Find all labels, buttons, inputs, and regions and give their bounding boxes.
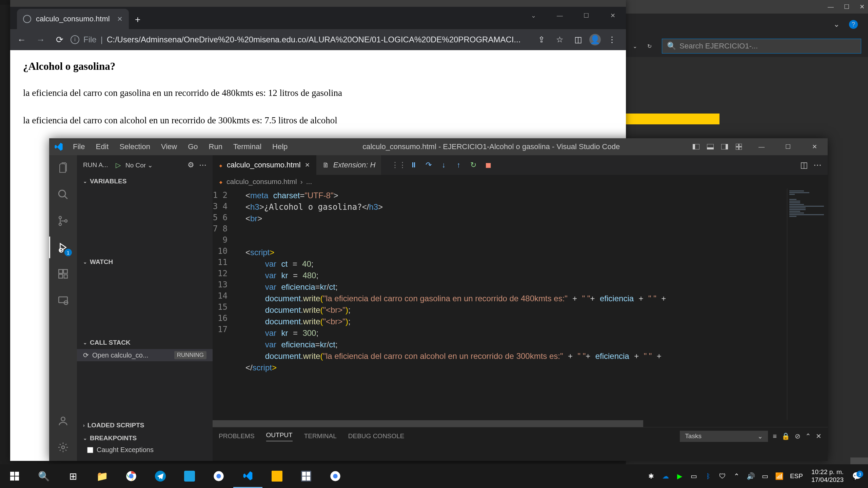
refresh-icon[interactable]: ↻ [647,43,652,49]
profile-icon[interactable]: 👤 [589,34,601,45]
step-over-icon[interactable]: ↷ [422,158,435,172]
help-icon[interactable]: ? [849,20,858,29]
wifi-icon[interactable]: 📶 [773,464,786,488]
telegram-icon[interactable] [146,464,175,488]
menu-view[interactable]: View [156,142,182,151]
breakpoint-checkbox[interactable] [87,447,93,453]
debug-toolbar[interactable]: ⋮⋮ ⏸ ↷ ↓ ↑ ↻ ◼ [389,155,498,175]
tray-icon-2[interactable]: ▭ [687,464,701,488]
clock[interactable]: 10:22 p. m. 17/04/2023 [807,468,848,484]
start-button[interactable] [0,464,29,488]
onedrive-icon[interactable]: ☁ [659,464,672,488]
gear-icon[interactable]: ⚙ [188,161,194,169]
bookmark-icon[interactable]: ☆ [553,33,567,47]
search-input[interactable]: 🔍 Search EJERCICIO1-... [662,39,861,54]
stop-icon[interactable]: ◼ [481,158,495,172]
url-field[interactable]: i File | C:/Users/Adminsena/OneDrive%20-… [71,35,532,44]
app-icon-1[interactable] [175,464,204,488]
menu-terminal[interactable]: Terminal [229,142,266,151]
horizontal-scrollbar[interactable] [213,420,828,427]
source-control-icon[interactable] [55,213,71,229]
back-button[interactable]: ← [14,32,30,48]
chrome-icon-3[interactable] [321,464,350,488]
chrome-icon-2[interactable] [204,464,233,488]
chevron-down-icon[interactable]: ⌄ [633,43,637,49]
loaded-scripts-section[interactable]: ›LOADED SCRIPTS [77,419,213,432]
menu-run[interactable]: Run [204,142,227,151]
dropdown-icon[interactable]: ⌄ [520,7,547,24]
battery-icon[interactable]: ▭ [758,464,772,488]
breadcrumb[interactable]: ⬥ calculo_consumo.html › ... [213,175,828,188]
vscode-titlebar[interactable]: File Edit Selection View Go Run Terminal… [49,138,828,155]
panel-tab-debug-console[interactable]: DEBUG CONSOLE [348,432,405,440]
debug-config-select[interactable]: No Cor ⌄ [125,161,153,169]
bg-scrollbar[interactable] [850,458,868,464]
filter-icon[interactable]: ≡ [773,432,777,440]
share-icon[interactable]: ⇪ [534,33,549,47]
close-icon[interactable]: ✕ [801,138,828,155]
reload-button[interactable]: ⟳ [52,32,68,48]
menu-go[interactable]: Go [183,142,202,151]
breakpoint-caught-exceptions[interactable]: Caught Exceptions [77,445,213,455]
menu-help[interactable]: Help [268,142,292,151]
maximize-icon[interactable]: ☐ [844,3,849,11]
browser-tab[interactable]: calculo_consumo.html ✕ [17,9,129,29]
language-indicator[interactable]: ESP [787,464,806,488]
drag-handle-icon[interactable]: ⋮⋮ [392,158,406,172]
notifications-icon[interactable]: 💬 3 [849,471,865,481]
tab-extension[interactable]: 🗎 Extension: H [316,155,382,175]
clear-icon[interactable]: ⊘ [795,432,801,440]
tray-chevron-icon[interactable]: ⌃ [730,464,744,488]
chrome-icon[interactable] [117,464,146,488]
menu-icon[interactable]: ⋮ [605,33,619,47]
close-panel-icon[interactable]: ✕ [816,432,822,440]
menu-selection[interactable]: Selection [115,142,155,151]
restart-icon[interactable]: ↻ [467,158,480,172]
layout-grid-icon[interactable] [733,142,745,151]
tab-calculo-consumo[interactable]: ⬥ calculo_consumo.html ✕ [213,155,316,175]
bluetooth-icon[interactable]: ᛒ [702,464,715,488]
remote-icon[interactable] [55,292,71,308]
step-out-icon[interactable]: ↑ [452,158,465,172]
tab-close-icon[interactable]: ✕ [305,161,310,169]
menu-edit[interactable]: Edit [91,142,113,151]
more-icon[interactable]: ⋯ [199,161,206,169]
step-into-icon[interactable]: ↓ [437,158,450,172]
volume-icon[interactable]: 🔊 [744,464,758,488]
security-icon[interactable]: 🛡 [716,464,729,488]
more-actions-icon[interactable]: ⋯ [813,160,822,170]
panel-tab-terminal[interactable]: TERMINAL [304,432,337,440]
forward-button[interactable]: → [33,32,49,48]
collapse-icon[interactable]: ⌃ [805,432,811,440]
close-icon[interactable]: ✕ [599,7,626,24]
minimize-icon[interactable]: — [828,3,834,11]
call-stack-section[interactable]: ⌄CALL STACK [77,336,213,349]
output-channel-select[interactable]: Tasks⌄ [680,431,768,442]
layout-right-icon[interactable] [718,142,731,151]
maximize-icon[interactable]: ☐ [573,7,599,24]
call-stack-item[interactable]: ⟳ Open calculo_co... RUNNING [77,349,213,361]
code-editor[interactable]: 1 2 3 4 5 6 7 8 9 10 11 12 13 14 15 16 1… [213,188,828,420]
search-icon[interactable]: 🔍 [29,464,58,488]
minimap[interactable] [787,188,828,420]
pause-icon[interactable]: ⏸ [407,158,420,172]
search-icon[interactable] [55,186,71,203]
file-explorer-icon[interactable]: 📁 [87,464,117,488]
calculator-icon[interactable] [292,464,321,488]
code-content[interactable]: <meta charset="UTF-8"> <h3>¿Alcohol o ga… [236,188,787,420]
tray-icon-1[interactable]: ▶ [673,464,687,488]
breakpoints-section[interactable]: ⌄BREAKPOINTS [77,432,213,445]
panel-tab-output[interactable]: OUTPUT [266,431,293,441]
layout-bottom-icon[interactable] [704,142,716,151]
split-editor-icon[interactable]: ◫ [800,160,808,170]
settings-icon[interactable] [55,439,71,455]
close-icon[interactable]: ✕ [860,3,865,11]
account-icon[interactable] [55,413,71,429]
variables-section[interactable]: ⌄VARIABLES [77,175,213,188]
toolbar-dropdown-icon[interactable]: ⌄ [833,20,840,29]
vscode-taskbar-icon[interactable] [233,464,262,488]
menu-file[interactable]: File [68,142,90,151]
sticky-notes-icon[interactable] [262,464,292,488]
tab-close-icon[interactable]: ✕ [117,15,123,23]
lock-icon[interactable]: 🔒 [782,432,790,440]
